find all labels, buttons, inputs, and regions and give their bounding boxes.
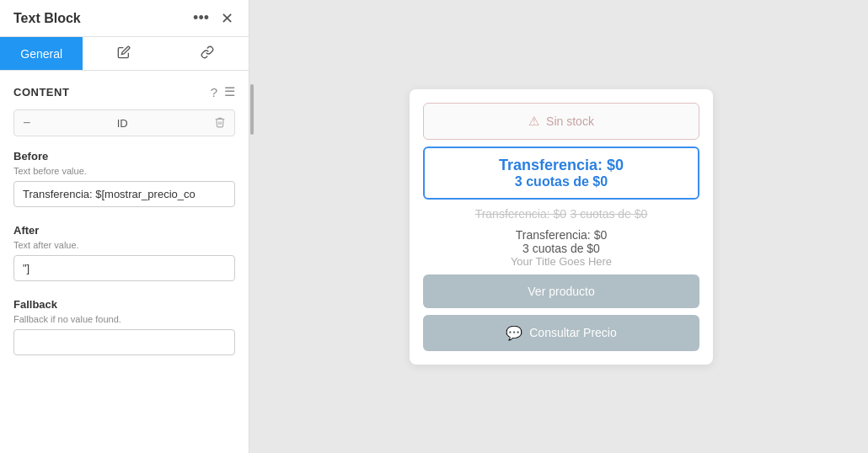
before-field-group: Before Text before value.: [13, 150, 235, 207]
faded-price-row: Transferencia: $0 3 cuotas de $0: [423, 206, 699, 221]
pencil-icon: [117, 45, 131, 61]
panel-header: Text Block ••• ✕: [0, 0, 249, 37]
product-card: ⚠ Sin stock Transferencia: $0 3 cuotas d…: [410, 89, 713, 365]
highlighted-price-line1: Transferencia: $0: [438, 157, 684, 174]
panel-title: Text Block: [13, 11, 81, 26]
ellipsis-icon: •••: [193, 9, 209, 27]
after-input[interactable]: [13, 255, 235, 281]
fallback-sublabel: Fallback if no value found.: [13, 314, 235, 324]
before-input[interactable]: [13, 181, 235, 207]
sin-stock-section: ⚠ Sin stock: [423, 103, 699, 140]
question-icon: ?: [211, 85, 217, 99]
normal-price-row: Transferencia: $0 3 cuotas de $0 Your Ti…: [423, 228, 699, 268]
fallback-field-group: Fallback Fallback if no value found.: [13, 298, 235, 355]
fallback-input[interactable]: [13, 329, 235, 355]
your-title-text: Your Title Goes Here: [423, 255, 699, 268]
faded-price-line2: 3 cuotas de $0: [571, 207, 648, 221]
scrollbar-thumb: [250, 84, 254, 135]
normal-price-line2: 3 cuotas de $0: [423, 242, 699, 255]
tabs-row: General: [0, 37, 249, 71]
fallback-label: Fallback: [13, 298, 235, 311]
before-sublabel: Text before value.: [13, 166, 235, 176]
consultar-precio-button[interactable]: 💬 Consultar Precio: [423, 315, 699, 351]
id-label: ID: [117, 117, 128, 130]
content-section-header: Content ? ☰: [13, 84, 235, 99]
left-panel: Text Block ••• ✕ General: [0, 0, 249, 453]
panel-body: Content ? ☰ − ID: [0, 71, 249, 453]
after-field-group: After Text after value.: [13, 224, 235, 281]
list-icon: ☰: [224, 84, 235, 99]
tab-link[interactable]: [166, 37, 249, 70]
more-options-button[interactable]: •••: [191, 8, 211, 29]
help-icon-button[interactable]: ?: [211, 85, 217, 99]
tab-general[interactable]: General: [0, 37, 83, 70]
after-sublabel: Text after value.: [13, 240, 235, 250]
tab-general-label: General: [20, 47, 62, 61]
content-section-label: Content: [13, 86, 69, 99]
after-label: After: [13, 224, 235, 237]
highlighted-price-box: Transferencia: $0 3 cuotas de $0: [423, 147, 699, 200]
link-icon: [201, 45, 214, 61]
before-label: Before: [13, 150, 235, 163]
list-icon-button[interactable]: ☰: [224, 84, 235, 99]
ver-producto-label: Ver producto: [528, 285, 594, 298]
consultar-precio-label: Consultar Precio: [529, 326, 617, 339]
id-minus-button[interactable]: −: [23, 115, 30, 131]
close-button[interactable]: ✕: [219, 8, 235, 29]
close-icon: ✕: [221, 9, 233, 28]
ver-producto-button[interactable]: Ver producto: [423, 274, 699, 308]
highlighted-price-line2: 3 cuotas de $0: [438, 174, 684, 189]
chat-icon: 💬: [506, 325, 522, 341]
section-header-icons: ? ☰: [211, 84, 235, 99]
id-trash-button[interactable]: [214, 116, 226, 131]
right-panel: ⚠ Sin stock Transferencia: $0 3 cuotas d…: [255, 0, 868, 453]
warning-icon: ⚠: [528, 114, 539, 129]
faded-price-line1: Transferencia: $0: [475, 207, 566, 221]
header-actions: ••• ✕: [191, 8, 235, 29]
normal-price-line1: Transferencia: $0: [423, 228, 699, 242]
sin-stock-text: Sin stock: [546, 115, 594, 128]
tab-edit[interactable]: [83, 37, 165, 70]
id-row: − ID: [13, 109, 235, 136]
